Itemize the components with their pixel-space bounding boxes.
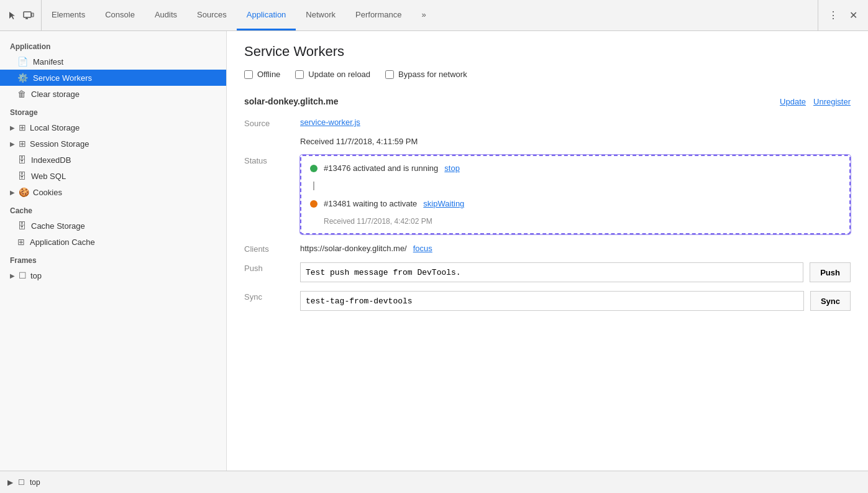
sidebar-item-cookies[interactable]: ▶ 🍪 Cookies — [0, 184, 226, 200]
sidebar-item-app-cache[interactable]: ⊞ Application Cache — [0, 234, 226, 250]
device-icon[interactable] — [22, 9, 35, 22]
arrow-right-icon4: ▶ — [10, 272, 15, 279]
sidebar-item-manifest[interactable]: 📄 Manifest — [0, 53, 226, 70]
sync-input-row: Sync — [300, 291, 851, 311]
sidebar-item-cache-storage-label: Cache Storage — [31, 221, 85, 231]
clear-storage-icon: 🗑 — [17, 89, 26, 99]
tab-elements[interactable]: Elements — [42, 0, 95, 30]
tab-performance[interactable]: Performance — [345, 0, 411, 30]
update-link[interactable]: Update — [780, 97, 806, 106]
tab-network[interactable]: Network — [296, 0, 345, 30]
bottom-arrow-icon: ▶ — [7, 478, 13, 487]
sidebar-item-clear-storage[interactable]: 🗑 Clear storage — [0, 86, 226, 102]
sidebar-item-local-storage-label: Local Storage — [30, 123, 80, 132]
sidebar-item-app-cache-label: Application Cache — [30, 237, 95, 247]
sidebar-item-top[interactable]: ▶ ☐ top — [0, 267, 226, 283]
toolbar-right: ⋮ ✕ — [818, 0, 868, 30]
push-value: Push — [300, 262, 851, 282]
menu-icon[interactable]: ⋮ — [825, 7, 842, 24]
toolbar-tabs: Elements Console Audits Sources Applicat… — [42, 0, 818, 30]
status1-desc: activated and is running — [353, 164, 438, 173]
sidebar: Application 📄 Manifest ⚙️ Service Worker… — [0, 31, 227, 471]
cursor-icon[interactable] — [6, 9, 19, 22]
push-button[interactable]: Push — [810, 262, 851, 282]
status-row-2: #13481 waiting to activate skipWaiting — [310, 199, 841, 208]
push-input-row: Push — [300, 262, 851, 282]
bottom-bar: ▶ ☐ top — [0, 471, 868, 493]
sidebar-item-manifest-label: Manifest — [33, 57, 63, 67]
focus-link[interactable]: focus — [413, 244, 432, 253]
sidebar-item-session-storage-label: Session Storage — [30, 139, 89, 149]
sidebar-item-service-workers-label: Service Workers — [33, 73, 92, 83]
main-container: Application 📄 Manifest ⚙️ Service Worker… — [0, 31, 868, 471]
offline-checkbox[interactable] — [244, 70, 253, 79]
sidebar-item-local-storage[interactable]: ▶ ⊞ Local Storage — [0, 119, 226, 136]
sidebar-item-session-storage[interactable]: ▶ ⊞ Session Storage — [0, 136, 226, 152]
status1-id: #13476 — [324, 164, 350, 173]
top-frame-icon: ☐ — [19, 270, 27, 280]
sidebar-item-cookies-label: Cookies — [33, 188, 62, 197]
content-area: Service Workers Offline Update on reload… — [227, 31, 868, 471]
svg-rect-1 — [32, 13, 34, 17]
indexeddb-icon: 🗄 — [17, 155, 26, 165]
source-link[interactable]: service-worker.js — [300, 117, 360, 127]
clients-value: https://solar-donkey.glitch.me/ focus — [300, 243, 851, 254]
svg-rect-0 — [24, 12, 31, 17]
sidebar-section-application: Application — [0, 36, 226, 53]
sidebar-item-cache-storage[interactable]: 🗄 Cache Storage — [0, 218, 226, 234]
toolbar: Elements Console Audits Sources Applicat… — [0, 0, 868, 31]
status2-desc: waiting to activate — [353, 199, 417, 208]
sw-detail-grid: Source service-worker.js Received 11/7/2… — [244, 117, 851, 311]
push-input[interactable] — [300, 262, 803, 282]
sync-button[interactable]: Sync — [810, 291, 851, 311]
status-row-1: #13476 activated and is running stop — [310, 164, 841, 173]
session-storage-icon: ⊞ — [19, 139, 26, 149]
tab-sources[interactable]: Sources — [187, 0, 237, 30]
options-row: Offline Update on reload Bypass for netw… — [244, 70, 851, 79]
status-box: #13476 activated and is running stop #13… — [300, 155, 851, 234]
skip-waiting-link[interactable]: skipWaiting — [423, 199, 464, 208]
tab-application[interactable]: Application — [237, 0, 296, 30]
sidebar-item-service-workers[interactable]: ⚙️ Service Workers — [0, 70, 226, 86]
tab-more[interactable]: » — [411, 0, 436, 30]
stop-link[interactable]: stop — [444, 164, 460, 173]
status2-received: Received 11/7/2018, 4:42:02 PM — [324, 217, 841, 226]
sync-input[interactable] — [300, 291, 804, 311]
web-sql-icon: 🗄 — [17, 171, 26, 181]
received-spacer — [244, 137, 300, 146]
status-dot-orange — [310, 200, 318, 208]
sidebar-item-web-sql[interactable]: 🗄 Web SQL — [0, 168, 226, 184]
bypass-for-network-checkbox-label[interactable]: Bypass for network — [385, 70, 467, 79]
app-cache-icon: ⊞ — [17, 237, 25, 247]
arrow-right-icon3: ▶ — [10, 189, 15, 196]
sidebar-section-cache: Cache — [0, 200, 226, 218]
bottom-frame-icon: ☐ — [18, 478, 25, 487]
offline-checkbox-label[interactable]: Offline — [244, 70, 280, 79]
received-text: Received 11/7/2018, 4:11:59 PM — [300, 137, 851, 146]
tab-console[interactable]: Console — [95, 0, 145, 30]
status1-text: #13476 activated and is running — [324, 164, 438, 173]
sync-label: Sync — [244, 291, 300, 311]
unregister-link[interactable]: Unregister — [813, 97, 851, 106]
sidebar-item-top-label: top — [30, 271, 42, 280]
tab-audits[interactable]: Audits — [145, 0, 187, 30]
local-storage-icon: ⊞ — [19, 122, 26, 132]
sidebar-section-frames: Frames — [0, 250, 226, 267]
update-on-reload-label: Update on reload — [308, 70, 370, 79]
cache-storage-icon: 🗄 — [17, 221, 26, 231]
sidebar-item-web-sql-label: Web SQL — [31, 172, 66, 181]
update-on-reload-checkbox[interactable] — [295, 70, 304, 79]
bypass-for-network-checkbox[interactable] — [385, 70, 394, 79]
update-on-reload-checkbox-label[interactable]: Update on reload — [295, 70, 370, 79]
sidebar-item-clear-storage-label: Clear storage — [31, 90, 80, 99]
close-icon[interactable]: ✕ — [844, 7, 862, 24]
source-label: Source — [244, 117, 300, 128]
offline-label: Offline — [257, 70, 280, 79]
sync-value: Sync — [300, 291, 851, 311]
sw-actions: Update Unregister — [780, 97, 851, 106]
clients-url: https://solar-donkey.glitch.me/ — [300, 244, 407, 253]
sidebar-item-indexeddb[interactable]: 🗄 IndexedDB — [0, 152, 226, 168]
arrow-right-icon: ▶ — [10, 124, 15, 131]
arrow-right-icon2: ▶ — [10, 141, 15, 147]
sidebar-item-indexeddb-label: IndexedDB — [31, 155, 71, 165]
